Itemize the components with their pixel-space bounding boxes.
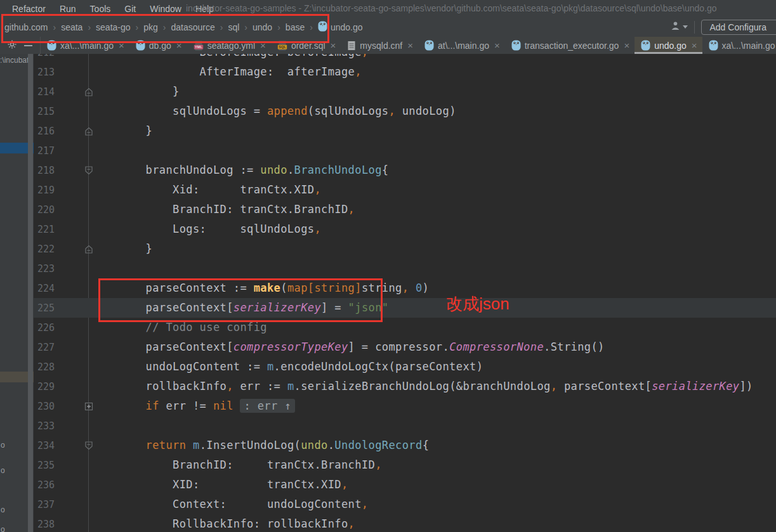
project-panel-collapsed[interactable]: :\incubat oooo [0,54,34,532]
code-line-218[interactable]: 218 branchUndoLog := undo.BranchUndoLog{ [34,160,776,180]
fold-column [62,357,119,377]
line-number: 220 [34,204,62,216]
code-line-234[interactable]: 234 return m.InsertUndoLog(undo.UndologR… [34,436,776,455]
hide-panel-icon[interactable] [24,45,32,46]
code-text: Logs: sqlUndoLogs, [119,219,321,239]
breadcrumb-file[interactable]: undo.go [316,20,365,35]
code-line-212[interactable]: 212 BeforeImage: beforeImage, [34,54,776,62]
breadcrumb-item[interactable]: undo [251,21,274,34]
close-icon[interactable]: × [494,40,500,51]
code-text: rollbackInfo, err := m.serializeBranchUn… [119,377,753,396]
editor-tab-transaction-executor.go[interactable]: transaction_executor.go× [505,37,635,54]
code-lines: 212 BeforeImage: beforeImage,213 AfterIm… [34,54,776,532]
menu-bar: RefactorRunToolsGitWindowHelp incubator-… [0,0,776,17]
breadcrumb-item[interactable]: base [284,21,306,34]
breadcrumb-item[interactable]: datasource [169,21,216,34]
menu-item-run[interactable]: Run [53,2,83,16]
editor-tab-at-...-main.go[interactable]: at\...\main.go× [418,37,505,54]
code-line-226[interactable]: 226 // Todo use config [34,318,776,337]
line-number: 228 [34,361,62,373]
fold-column [62,396,119,416]
breadcrumb-item[interactable]: sql [226,21,241,34]
fold-column [62,82,119,101]
code-line-222[interactable]: 222 } [34,239,776,259]
code-editor[interactable]: 212 BeforeImage: beforeImage,213 AfterIm… [34,54,776,532]
gear-icon[interactable] [8,40,16,51]
code-line-221[interactable]: 221 Logs: sqlUndoLogs, [34,219,776,239]
tab-label: transaction_executor.go [525,41,619,51]
code-line-215[interactable]: 215 sqlUndoLogs = append(sqlUndoLogs, un… [34,101,776,121]
fold-open-icon[interactable] [84,166,93,175]
line-number: 212 [34,54,62,58]
code-line-235[interactable]: 235 BranchID: tranCtx.BranchID, [34,455,776,475]
code-line-225[interactable]: 225 parseContext[serializerKey] = "json" [34,298,776,318]
close-icon[interactable]: × [407,40,413,51]
code-text: // Todo use config [119,318,267,337]
breadcrumb-item[interactable]: pkg [141,21,160,34]
editor-tab-undo.go[interactable]: undo.go× [635,37,702,54]
code-line-213[interactable]: 213 AfterImage: afterImage, [34,62,776,82]
line-number: 224 [34,283,62,294]
code-line-214[interactable]: 214 } [34,82,776,101]
project-panel-scrollbar[interactable] [28,54,33,532]
navigation-bar: github.com›seata›seata-go›pkg›datasource… [0,17,776,37]
line-number: 236 [34,479,62,491]
breadcrumb-separator-icon: › [310,22,313,32]
fold-plus-icon[interactable] [84,402,93,411]
breadcrumb-separator-icon: › [220,22,223,32]
code-line-230[interactable]: 230 if err != nil : err ↑ [34,396,776,416]
menu-item-git[interactable]: Git [117,2,143,16]
code-line-228[interactable]: 228 undoLogContent := m.encodeUndoLogCtx… [34,357,776,377]
menu-item-window[interactable]: Window [143,2,188,16]
code-line-223[interactable]: 223 [34,259,776,278]
menu-item-tools[interactable]: Tools [83,2,118,16]
fold-column [62,160,119,180]
code-line-227[interactable]: 227 parseContext[compressorTypeKey] = co… [34,337,776,357]
user-menu[interactable] [670,21,688,33]
code-line-229[interactable]: 229 rollbackInfo, err := m.serializeBran… [34,377,776,396]
code-text: return m.InsertUndoLog(undo.UndologRecor… [119,436,429,455]
close-icon[interactable]: × [260,40,266,51]
close-icon[interactable]: × [176,40,182,51]
close-icon[interactable]: × [331,40,336,51]
fold-column [62,200,119,219]
svg-text:YML: YML [195,45,202,49]
code-line-217[interactable]: 217 [34,141,776,160]
line-number: 214 [34,86,62,98]
toolbar-right: Add Configura [670,17,776,37]
breadcrumb-item[interactable]: seata-go [94,21,132,34]
close-icon[interactable]: × [624,40,629,51]
fold-close-icon[interactable] [84,127,93,136]
project-item-fragment: o [1,441,5,450]
editor-tab-mysqld.cnf[interactable]: mysqld.cnf× [341,37,418,54]
code-line-219[interactable]: 219 Xid: tranCtx.XID, [34,180,776,200]
fold-column [62,259,119,278]
close-icon[interactable]: × [119,40,124,51]
line-number: 235 [34,460,62,471]
code-text: branchUndoLog := undo.BranchUndoLog{ [119,160,388,180]
breadcrumb-item[interactable]: seata [59,21,84,34]
menu-item-refactor[interactable]: Refactor [5,2,53,16]
code-line-220[interactable]: 220 BranchID: tranCtx.BranchID, [34,200,776,219]
editor-tab-xa-...-main.go[interactable]: xa\...\main.go× [41,37,129,54]
close-icon[interactable]: × [692,40,697,51]
code-line-233[interactable]: 233 [34,416,776,436]
editor-tab-db.go[interactable]: db.go× [129,37,187,54]
code-line-224[interactable]: 224 parseContext := make(map[string]stri… [34,278,776,298]
code-line-237[interactable]: 237 Context: undoLogContent, [34,495,776,514]
code-line-216[interactable]: 216 } [34,121,776,141]
editor-tab-xa-...-main.go[interactable]: xa\...\main.go× [702,37,776,54]
fold-open-icon[interactable] [84,441,93,450]
fold-column [62,318,119,337]
editor-tab-order.sql[interactable]: SQLorder.sql× [271,37,341,54]
tabs-container: xa\...\main.go×db.go×YMLseatago.yml×SQLo… [41,37,776,54]
code-line-236[interactable]: 236 XID: tranCtx.XID, [34,475,776,495]
go-file-icon [511,40,521,51]
editor-tab-seatago.yml[interactable]: YMLseatago.yml× [187,37,271,54]
line-number: 223 [34,263,62,275]
add-configuration-button[interactable]: Add Configura [701,20,776,35]
fold-close-icon[interactable] [84,88,93,96]
code-line-238[interactable]: 238 RollbackInfo: rollbackInfo, [34,514,776,532]
breadcrumb-item[interactable]: github.com [3,21,49,34]
fold-close-icon[interactable] [84,245,93,254]
